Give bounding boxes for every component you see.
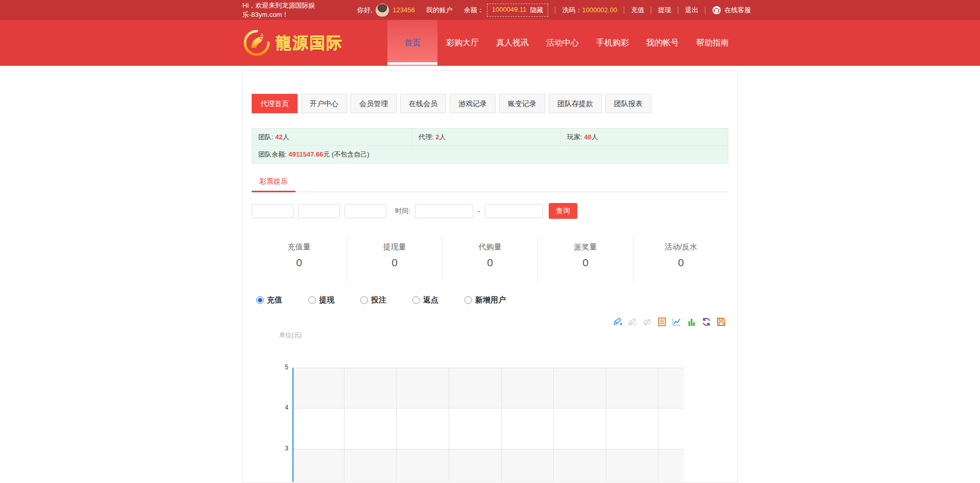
chart-gridline bbox=[658, 368, 658, 482]
chart-metric-radios: 充值 提现 投注 返点 新增用户 bbox=[252, 295, 728, 305]
search-button[interactable]: 查询 bbox=[549, 203, 577, 219]
subtab-member-management[interactable]: 会员管理 bbox=[351, 94, 397, 113]
team-balance-value: 4911547.66 bbox=[288, 150, 323, 158]
radio-icon bbox=[360, 296, 368, 304]
stat-withdraw: 提现量 0 bbox=[347, 236, 442, 282]
divider bbox=[705, 7, 705, 14]
stat-activity-rebate: 活动/反水 0 bbox=[633, 236, 728, 282]
line-chart-icon[interactable] bbox=[672, 317, 682, 327]
hide-balance-toggle[interactable]: 隐藏 bbox=[530, 6, 543, 15]
filter-input-2[interactable] bbox=[298, 204, 340, 218]
chart-gridline bbox=[293, 368, 684, 368]
username[interactable]: 123456 bbox=[393, 6, 414, 14]
main-menu: 首页 彩购大厅 真人视讯 活动中心 手机购彩 我的帐号 帮助指南 bbox=[387, 20, 738, 66]
save-image-icon[interactable] bbox=[716, 317, 726, 327]
chart-y-axis-line bbox=[292, 368, 293, 482]
radio-withdraw[interactable]: 提现 bbox=[308, 295, 360, 305]
player-count-value: 40 bbox=[584, 133, 591, 141]
greeting-text: 你好, bbox=[357, 6, 373, 15]
divider bbox=[651, 7, 651, 14]
balance-value: 1000049.11 bbox=[492, 6, 527, 15]
recharge-link[interactable]: 充值 bbox=[631, 6, 644, 15]
chart-gridline bbox=[293, 449, 684, 449]
chart-split-area bbox=[293, 449, 684, 482]
online-service-label: 在线客服 bbox=[724, 6, 751, 15]
chart-split-area bbox=[293, 408, 684, 449]
subtab-agent-home[interactable]: 代理首页 bbox=[252, 94, 298, 113]
subtab-account-changes[interactable]: 账变记录 bbox=[499, 94, 545, 113]
nav-item-mobile-lottery[interactable]: 手机购彩 bbox=[587, 20, 638, 66]
divider bbox=[555, 7, 555, 14]
radio-icon bbox=[256, 296, 264, 304]
team-info-box: 团队: 42人 代理: 2人 玩家: 40人 团队余额: 4911547.66元… bbox=[252, 128, 728, 164]
stat-prize: 派奖量 0 bbox=[537, 236, 633, 282]
my-account-link[interactable]: 我的账户 bbox=[426, 6, 453, 15]
welcome-text: Hi，欢迎来到龙源国际娱乐-83ym.com！ bbox=[242, 1, 357, 19]
subtab-team-reports[interactable]: 团队报表 bbox=[605, 94, 651, 113]
agent-subtabs: 代理首页 开户中心 会员管理 在线会员 游戏记录 账变记录 团队存提款 团队报表 bbox=[252, 94, 728, 113]
filter-row: 时间: - 查询 bbox=[252, 203, 728, 219]
brand-logo[interactable]: 龍源国际 bbox=[242, 29, 343, 57]
radio-icon bbox=[464, 296, 472, 304]
chart-gridline bbox=[449, 368, 449, 482]
date-end-input[interactable] bbox=[485, 204, 543, 218]
date-start-input[interactable] bbox=[415, 204, 473, 218]
stat-recharge: 充值量 0 bbox=[252, 236, 347, 282]
y-axis-tick: 5 bbox=[273, 364, 288, 371]
chart-split-area bbox=[293, 368, 684, 408]
withdraw-link[interactable]: 提现 bbox=[658, 6, 671, 15]
balance-box[interactable]: 1000049.11 隐藏 bbox=[487, 4, 549, 17]
nav-item-live-video[interactable]: 真人视讯 bbox=[487, 20, 537, 66]
mark-clear-eraser-icon[interactable] bbox=[642, 317, 652, 327]
y-axis-tick: 3 bbox=[273, 445, 288, 452]
main-navbar: 龍源国际 首页 彩购大厅 真人视讯 活动中心 手机购彩 我的帐号 帮助指南 bbox=[0, 20, 980, 66]
mark-undo-pencil-icon[interactable] bbox=[627, 317, 638, 327]
agent-count-cell: 代理: 2人 bbox=[412, 129, 561, 145]
washcode-value: 1000002.00 bbox=[582, 6, 617, 14]
divider bbox=[678, 7, 678, 14]
radio-new-users[interactable]: 新增用户 bbox=[464, 295, 517, 305]
brand-name: 龍源国际 bbox=[276, 32, 343, 54]
nav-item-help-guide[interactable]: 帮助指南 bbox=[688, 20, 738, 66]
mark-pencil-icon[interactable] bbox=[612, 317, 623, 327]
subtab-online-members[interactable]: 在线会员 bbox=[400, 94, 446, 113]
subtab-open-account[interactable]: 开户中心 bbox=[301, 94, 347, 113]
tab-lottery-entertainment[interactable]: 彩票娱乐 bbox=[252, 177, 296, 192]
stats-row: 充值量 0 提现量 0 代购量 0 派奖量 0 活动/反水 0 bbox=[252, 236, 728, 282]
avatar[interactable] bbox=[376, 4, 389, 17]
chart-unit-label: 单位(元) bbox=[279, 331, 302, 340]
chart-gridline bbox=[501, 368, 502, 482]
radio-rebate[interactable]: 返点 bbox=[412, 295, 464, 305]
nav-item-activity-center[interactable]: 活动中心 bbox=[537, 20, 587, 66]
chart-gridline bbox=[293, 408, 684, 409]
statistics-chart: 单位(元) 5 4 3 bbox=[252, 329, 728, 482]
headset-icon bbox=[712, 6, 721, 15]
restore-icon[interactable] bbox=[701, 317, 712, 327]
radio-icon bbox=[412, 296, 420, 304]
golden-horse-logo-icon bbox=[242, 29, 271, 57]
radio-icon bbox=[308, 296, 316, 304]
team-balance-cell: 团队余额: 4911547.66元 (不包含自己) bbox=[252, 146, 728, 163]
filter-input-3[interactable] bbox=[345, 204, 386, 218]
subtab-game-records[interactable]: 游戏记录 bbox=[450, 94, 496, 113]
agent-dashboard-card: 代理首页 开户中心 会员管理 在线会员 游戏记录 账变记录 团队存提款 团队报表… bbox=[242, 70, 738, 483]
online-service-link[interactable]: 在线客服 bbox=[712, 6, 751, 15]
logout-link[interactable]: 退出 bbox=[685, 6, 698, 15]
stat-purchase: 代购量 0 bbox=[442, 236, 537, 282]
washcode-label: 洗码： bbox=[562, 6, 582, 15]
filter-input-1[interactable] bbox=[252, 204, 293, 218]
nav-item-my-account[interactable]: 我的帐号 bbox=[638, 20, 688, 66]
divider bbox=[624, 7, 624, 14]
radio-bets[interactable]: 投注 bbox=[360, 295, 412, 305]
y-axis-tick: 4 bbox=[273, 404, 288, 411]
radio-recharge[interactable]: 充值 bbox=[256, 295, 308, 305]
bar-chart-icon[interactable] bbox=[687, 317, 697, 327]
nav-item-lottery-hall[interactable]: 彩购大厅 bbox=[437, 20, 487, 66]
date-range-dash: - bbox=[478, 207, 480, 216]
subtab-team-deposits[interactable]: 团队存提款 bbox=[549, 94, 602, 113]
data-view-icon[interactable] bbox=[657, 317, 667, 327]
chart-gridline bbox=[344, 368, 345, 482]
chart-gridline bbox=[553, 368, 554, 482]
topbar: Hi，欢迎来到龙源国际娱乐-83ym.com！ 你好, 123456 我的账户 … bbox=[0, 0, 980, 20]
nav-item-home[interactable]: 首页 bbox=[387, 20, 437, 66]
